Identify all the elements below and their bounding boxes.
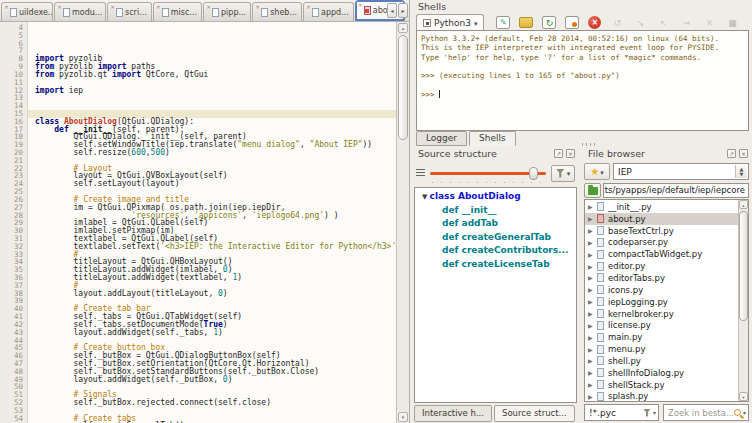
search-in-files-input[interactable]: Zoek in besta... — [663, 404, 749, 421]
scroll-up-icon[interactable]: ▴ — [398, 23, 408, 33]
expand-arrow-icon[interactable] — [588, 286, 597, 293]
file-row[interactable]: main.py — [585, 331, 748, 343]
file-list[interactable]: __init__.py about.py baseTextCtrl.py — [584, 199, 749, 402]
file-row[interactable]: menu.py — [585, 343, 748, 355]
expand-arrow-icon[interactable] — [588, 203, 597, 210]
tree-item[interactable]: def createGeneralTab — [415, 232, 576, 246]
spinner-icons[interactable]: ▲▼ — [735, 165, 747, 178]
close-tab-icon[interactable] — [306, 3, 311, 10]
file-row[interactable]: iepLogging.py — [585, 296, 748, 308]
file-row[interactable]: codeparser.py — [585, 237, 748, 249]
shell-output[interactable]: Python 3.3.2+ (default, Feb 28 2014, 00:… — [416, 30, 749, 131]
float-panel-icon[interactable] — [554, 149, 563, 158]
debug-resume-icon[interactable] — [610, 16, 624, 29]
dock-tab[interactable]: Source struct... — [494, 405, 575, 422]
file-row[interactable]: editor.py — [585, 260, 748, 272]
debug-postmortem-icon[interactable] — [702, 16, 716, 29]
editor-tab[interactable]: appd... — [303, 2, 354, 21]
close-tab-icon[interactable] — [255, 3, 260, 10]
close-tab-icon[interactable] — [358, 1, 363, 8]
expand-arrow-icon[interactable] — [588, 381, 597, 388]
tree-item[interactable]: def createContributors... — [415, 245, 576, 259]
edit-shell-config-icon[interactable] — [496, 16, 510, 29]
expand-arrow-icon[interactable] — [588, 215, 597, 222]
tree-item[interactable]: def addTab — [415, 218, 576, 232]
close-tab-icon[interactable] — [57, 3, 62, 10]
debug-stop-icon[interactable] — [725, 16, 739, 29]
expand-arrow-icon[interactable] — [588, 357, 597, 364]
file-row[interactable]: about.py — [585, 213, 748, 225]
restart-shell-icon[interactable] — [542, 16, 556, 29]
depth-slider[interactable] — [430, 166, 546, 180]
structure-filter-button[interactable] — [551, 165, 575, 182]
debug-step-return-icon[interactable] — [656, 16, 670, 29]
editor-tab[interactable]: modu... — [54, 2, 106, 21]
splitter-handle[interactable] — [582, 143, 596, 146]
scrollbar-thumb[interactable] — [739, 211, 748, 321]
dock-tab[interactable]: Logger — [416, 131, 467, 146]
close-tab-icon[interactable] — [206, 3, 211, 10]
close-panel-icon[interactable] — [566, 149, 575, 158]
file-row[interactable]: __init__.py — [585, 201, 748, 213]
file-row[interactable]: license.py — [585, 319, 748, 331]
editor-tab[interactable]: misc... — [153, 2, 202, 21]
editor-tab[interactable]: pipp... — [203, 2, 251, 21]
go-to-directory-button[interactable] — [584, 183, 601, 198]
close-tab-icon[interactable] — [110, 3, 115, 10]
file-row[interactable]: splash.py — [585, 391, 748, 403]
expand-arrow-icon[interactable] — [588, 239, 597, 246]
tab-scroll-right-icon[interactable]: ▸ — [398, 3, 408, 18]
file-row[interactable]: shell.py — [585, 355, 748, 367]
float-panel-icon[interactable] — [727, 149, 736, 158]
debug-step-into-icon[interactable] — [633, 16, 647, 29]
file-row[interactable]: shellStack.py — [585, 379, 748, 391]
tree-item[interactable]: def __init__ — [415, 205, 576, 219]
file-list-scrollbar[interactable]: ▴ ▾ — [738, 200, 748, 401]
expand-arrow-icon[interactable] — [588, 346, 597, 353]
expand-arrow-icon[interactable] — [588, 298, 597, 305]
editor-tab[interactable]: scri... — [107, 2, 152, 21]
tree-item[interactable]: class AboutDialog — [415, 191, 576, 205]
scroll-down-icon[interactable]: ▾ — [398, 412, 408, 422]
project-select[interactable]: IEP ▲▼ — [613, 163, 749, 180]
editor-vertical-scrollbar[interactable]: ▴ ▾ — [396, 22, 409, 423]
expand-arrow-icon[interactable] — [588, 310, 597, 317]
editor-tab[interactable]: sheb... — [252, 2, 302, 21]
structure-tree[interactable]: class AboutDialog def __init__ def addTa… — [414, 187, 577, 403]
bookmarks-button[interactable] — [584, 163, 610, 180]
debug-step-over-icon[interactable] — [679, 16, 693, 29]
open-directory-icon[interactable] — [519, 17, 533, 28]
file-row[interactable]: editorTabs.py — [585, 272, 748, 284]
expand-arrow-icon[interactable] — [588, 369, 597, 376]
code-editor[interactable]: 4567891011121314151617181920212223242526… — [0, 22, 396, 423]
clear-screen-icon[interactable] — [565, 16, 579, 29]
filename-filter-input[interactable]: !*.pyc — [584, 404, 659, 421]
tab-scroll-left-icon[interactable]: ◂ — [387, 3, 397, 18]
expand-arrow-icon[interactable] — [588, 334, 597, 341]
close-tab-icon[interactable] — [156, 3, 161, 10]
close-panel-icon[interactable] — [739, 149, 748, 158]
dock-tab[interactable]: Interactive h... — [414, 405, 492, 422]
expand-arrow-icon[interactable] — [588, 322, 597, 329]
expand-arrow-icon[interactable] — [588, 227, 597, 234]
close-shell-icon[interactable] — [588, 16, 601, 29]
file-row[interactable]: shellInfoDialog.py — [585, 367, 748, 379]
editor-tab[interactable]: uildexe... — [1, 2, 53, 21]
dock-tab[interactable]: Shells — [469, 131, 516, 146]
expand-arrow-icon[interactable] — [588, 251, 597, 258]
file-row[interactable]: icons.py — [585, 284, 748, 296]
file-row[interactable]: kernelbroker.py — [585, 308, 748, 320]
file-row[interactable]: baseTextCtrl.py — [585, 225, 748, 237]
scroll-up-icon[interactable]: ▴ — [739, 200, 748, 209]
tree-item[interactable]: def createLicenseTab — [415, 259, 576, 273]
close-tab-icon[interactable] — [4, 3, 9, 10]
scrollbar-thumb[interactable] — [398, 35, 408, 140]
expand-arrow-icon[interactable] — [588, 274, 597, 281]
file-row[interactable]: compactTabWidget.py — [585, 248, 748, 260]
expand-arrow-icon[interactable] — [588, 263, 597, 270]
path-field[interactable]: projects/pyapps/iep/default/iep/iepcore — [603, 183, 749, 198]
scroll-down-icon[interactable]: ▾ — [739, 392, 748, 401]
shell-tab-python3[interactable]: Python3 — [416, 14, 484, 31]
slider-handle[interactable] — [529, 167, 538, 180]
expand-arrow-icon[interactable] — [588, 393, 597, 400]
